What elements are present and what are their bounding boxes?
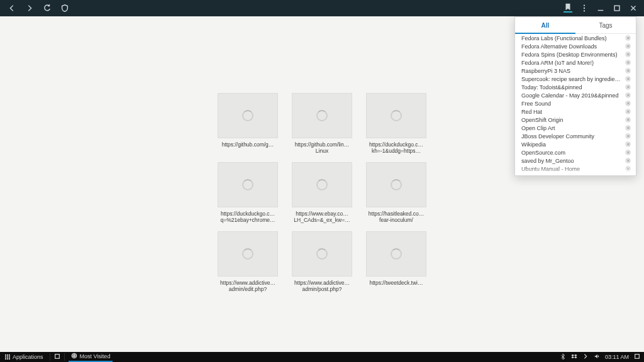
loading-spinner-icon [316, 179, 328, 190]
caption-line1: https://hasitleaked.co… [361, 211, 431, 217]
speed-dial-thumb [292, 231, 352, 277]
caption-line1: https://duckduckgo.c… [213, 211, 283, 217]
caption-line2: LH_CAds=&_ex_kw=… [287, 217, 357, 224]
maximize-icon[interactable] [613, 4, 621, 13]
back-icon[interactable] [8, 4, 16, 13]
browser-titlebar [0, 0, 644, 16]
user-menu-icon[interactable] [634, 353, 640, 361]
speed-dial-tile[interactable]: https://hasitleaked.co…fear-inoculum/ [359, 162, 433, 231]
tab-tags[interactable]: Tags [575, 17, 636, 33]
bookmark-item[interactable]: Supercook: recipe search by ingredients … [515, 75, 636, 83]
bookmark-delete-icon[interactable]: ✕ [625, 35, 631, 41]
caption-line1: https://github.com/lin… [287, 142, 357, 148]
bookmark-delete-icon[interactable]: ✕ [625, 150, 631, 155]
taskbar-pin-icon[interactable] [54, 353, 60, 361]
bookmark-delete-icon[interactable]: ✕ [625, 43, 631, 49]
bookmark-item[interactable]: Fedora ARM (IoT and More!)✕ [515, 58, 636, 67]
bookmark-delete-icon[interactable]: ✕ [625, 84, 631, 90]
bookmark-delete-icon[interactable]: ✕ [625, 52, 631, 57]
bookmark-delete-icon[interactable]: ✕ [625, 109, 631, 114]
speed-dial-caption: https://www.ebay.co…LH_CAds=&_ex_kw=… [287, 211, 357, 224]
speed-dial-tile[interactable]: https://www.addictive…admin/post.php? [285, 231, 359, 300]
bookmark-item[interactable]: JBoss Developer Community✕ [515, 132, 636, 140]
bookmark-item[interactable]: Fedora Alternative Downloads✕ [515, 42, 636, 50]
bookmark-item[interactable]: RaspberryPi 3 NAS✕ [515, 67, 636, 75]
bookmark-item[interactable]: Fedora Spins (Desktop Environments)✕ [515, 50, 636, 58]
speed-dial-caption: https://www.addictive…admin/edit.php? [213, 280, 283, 293]
bookmark-delete-icon[interactable]: ✕ [625, 101, 631, 106]
bookmark-title: Red Hat [521, 109, 542, 115]
bookmark-delete-icon[interactable]: ✕ [625, 92, 631, 98]
bookmarks-list[interactable]: Fedora Labs (Functional Bundles)✕Fedora … [515, 34, 636, 175]
bookmark-item[interactable]: Free Sound✕ [515, 99, 636, 107]
bookmark-delete-icon[interactable]: ✕ [625, 60, 631, 65]
taskbar-separator [50, 353, 50, 361]
speed-dial-tile[interactable]: https://duckduckgo.c…kh=-1&uddg=https… [359, 93, 433, 162]
bookmark-item[interactable]: Red Hat✕ [515, 107, 636, 116]
bookmark-item[interactable]: Today: Todoist&&pinned✕ [515, 83, 636, 91]
speed-dial-tile[interactable]: https://github.com/g… [211, 93, 285, 162]
loading-spinner-icon [242, 179, 253, 190]
taskbar-clock[interactable]: 03:11 AM [605, 354, 629, 360]
bookmark-title: Fedora ARM (IoT and More!) [521, 60, 594, 66]
chevron-right-icon[interactable] [582, 353, 589, 361]
bookmark-delete-icon[interactable]: ✕ [625, 133, 631, 139]
bookmark-item[interactable]: Google Calendar - May 2019&&pinned✕ [515, 91, 636, 99]
volume-icon[interactable] [594, 353, 600, 361]
bookmark-title: Google Calendar - May 2019&&pinned [521, 92, 619, 99]
speed-dial-tile[interactable]: https://tweetdeck.twi… [359, 231, 433, 300]
loading-spinner-icon [316, 248, 328, 260]
bluetooth-icon[interactable] [560, 353, 566, 361]
bookmark-delete-icon[interactable]: ✕ [625, 158, 631, 163]
loading-spinner-icon [242, 248, 253, 260]
speed-dial-thumb [292, 162, 352, 207]
speed-dial-tile[interactable]: https://github.com/lin…Linux [285, 93, 359, 162]
security-shield-icon[interactable] [60, 4, 69, 13]
caption-line1: https://github.com/g… [213, 142, 283, 148]
globe-icon [71, 353, 77, 360]
taskbar-window-most-visited[interactable]: Most Visited [69, 352, 113, 362]
kebab-menu-icon[interactable] [580, 4, 589, 13]
bookmark-icon[interactable] [564, 4, 572, 13]
speed-dial-tile[interactable]: https://www.ebay.co…LH_CAds=&_ex_kw=… [285, 162, 359, 231]
close-icon[interactable] [629, 4, 638, 13]
bookmark-title: Fedora Alternative Downloads [521, 43, 597, 50]
bookmark-title: Fedora Spins (Desktop Environments) [521, 52, 618, 58]
dropbox-icon[interactable] [571, 353, 577, 361]
bookmark-delete-icon[interactable]: ✕ [625, 76, 631, 82]
minimize-icon[interactable] [596, 4, 605, 13]
bookmark-title: Today: Todoist&&pinned [521, 84, 582, 90]
svg-rect-4 [55, 354, 59, 359]
speed-dial-caption: https://github.com/g… [213, 142, 283, 148]
bookmark-title: Fedora Labs (Functional Bundles) [521, 35, 607, 41]
bookmark-delete-icon[interactable]: ✕ [625, 117, 631, 123]
bookmark-item[interactable]: Open Clip Art✕ [515, 124, 636, 132]
bookmark-item[interactable]: Wikipedia✕ [515, 140, 636, 148]
speed-dial-thumb [218, 162, 278, 207]
bookmark-item[interactable]: saved by Mr_Gentoo✕ [515, 156, 636, 165]
speed-dial-tile[interactable]: https://duckduckgo.c…q=%21ebay+chrome… [211, 162, 285, 231]
bookmark-delete-icon[interactable]: ✕ [625, 125, 631, 131]
bookmark-item[interactable]: Fedora Labs (Functional Bundles)✕ [515, 34, 636, 42]
forward-icon[interactable] [25, 4, 34, 13]
speed-dial-tile[interactable]: https://www.addictive…admin/edit.php? [211, 231, 285, 300]
reload-icon[interactable] [43, 4, 52, 13]
speed-dial-thumb [366, 162, 426, 207]
bookmark-delete-icon[interactable]: ✕ [625, 166, 631, 172]
speed-dial-thumb [218, 93, 278, 138]
bookmark-item[interactable]: OpenSource.com✕ [515, 148, 636, 156]
caption-line1: https://tweetdeck.twi… [361, 280, 431, 287]
caption-line1: https://www.ebay.co… [287, 211, 357, 217]
bookmark-title: RaspberryPi 3 NAS [521, 68, 570, 74]
bookmark-title: Free Sound [521, 101, 551, 107]
bookmark-item[interactable]: OpenShift Origin✕ [515, 116, 636, 124]
tab-all[interactable]: All [515, 17, 575, 34]
applications-menu-button[interactable]: Applications [3, 354, 46, 360]
speed-dial-caption: https://github.com/lin…Linux [287, 142, 357, 155]
speed-dial-grid: https://github.com/g…https://github.com/… [211, 93, 433, 300]
speed-dial-caption: https://duckduckgo.c…kh=-1&uddg=https… [361, 142, 431, 155]
speed-dial-caption: https://www.addictive…admin/post.php? [287, 280, 357, 293]
bookmark-item[interactable]: Ubuntu Manual - Home✕ [515, 165, 636, 173]
bookmark-delete-icon[interactable]: ✕ [625, 68, 631, 74]
bookmark-delete-icon[interactable]: ✕ [625, 141, 631, 147]
